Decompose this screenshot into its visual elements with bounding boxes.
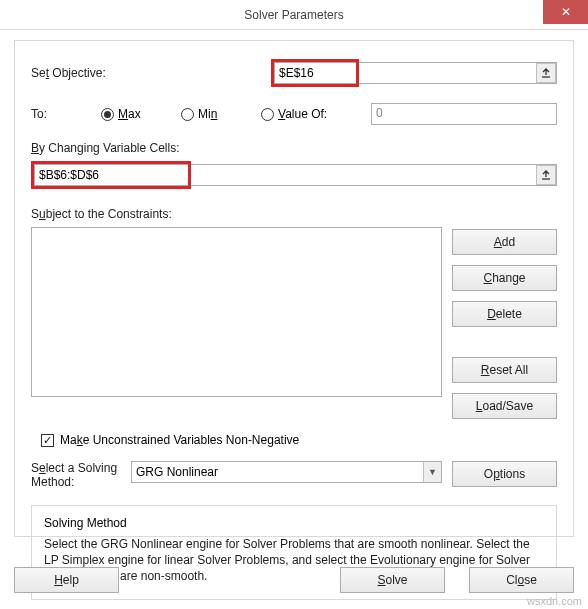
radio-icon: [101, 108, 114, 121]
set-objective-row: Set Objective:: [31, 59, 557, 87]
radio-min[interactable]: Min: [181, 107, 261, 121]
radio-valueof-label: Value Of:: [278, 107, 327, 121]
objective-highlight: [271, 59, 359, 87]
collapse-dialog-button[interactable]: [536, 63, 556, 83]
changing-cells-label: By Changing Variable Cells:: [31, 141, 557, 155]
constraints-area: Add Change Delete Reset All Load/Save: [31, 227, 557, 419]
nonneg-row: ✓ Make Unconstrained Variables Non-Negat…: [41, 433, 557, 447]
collapse-icon: [541, 170, 551, 180]
add-button[interactable]: Add: [452, 229, 557, 255]
method-select[interactable]: GRG Nonlinear ▼: [131, 461, 442, 483]
radio-icon: [261, 108, 274, 121]
help-button[interactable]: Help: [14, 567, 119, 593]
valueof-input[interactable]: 0: [371, 103, 557, 125]
delete-button[interactable]: Delete: [452, 301, 557, 327]
close-icon: ✕: [561, 5, 571, 19]
options-button[interactable]: Options: [452, 461, 557, 487]
collapse-icon: [541, 68, 551, 78]
constraints-list[interactable]: [31, 227, 442, 397]
close-button[interactable]: Close: [469, 567, 574, 593]
changing-cells-input-ext[interactable]: [188, 164, 557, 186]
info-heading: Solving Method: [44, 516, 544, 530]
to-row: To: Max Min Value Of: 0: [31, 103, 557, 125]
solve-button[interactable]: Solve: [340, 567, 445, 593]
changing-ref-box: [188, 164, 557, 186]
method-value: GRG Nonlinear: [131, 461, 442, 483]
nonneg-checkbox[interactable]: ✓: [41, 434, 54, 447]
method-label: Select a Solving Method:: [31, 461, 131, 489]
radio-icon: [181, 108, 194, 121]
close-window-button[interactable]: ✕: [543, 0, 588, 24]
constraints-label: Subject to the Constraints:: [31, 207, 557, 221]
radio-min-label: Min: [198, 107, 217, 121]
changing-cells-input[interactable]: [34, 164, 188, 186]
to-label: To:: [31, 107, 101, 121]
objective-ref-box: [356, 62, 557, 84]
radio-valueof[interactable]: Value Of:: [261, 107, 371, 121]
watermark: wsxdn.com: [527, 595, 582, 607]
constraint-buttons: Add Change Delete Reset All Load/Save: [452, 227, 557, 419]
window-title: Solver Parameters: [244, 8, 343, 22]
title-bar: Solver Parameters ✕: [0, 0, 588, 30]
chevron-down-icon: ▼: [423, 462, 441, 482]
collapse-dialog-button[interactable]: [536, 165, 556, 185]
radio-max-label: Max: [118, 107, 141, 121]
dialog-panel: Set Objective: To: Max Min Value Of: 0 B…: [14, 40, 574, 537]
load-save-button[interactable]: Load/Save: [452, 393, 557, 419]
change-button[interactable]: Change: [452, 265, 557, 291]
set-objective-input[interactable]: [274, 62, 356, 84]
set-objective-input-ext[interactable]: [356, 62, 557, 84]
radio-max[interactable]: Max: [101, 107, 181, 121]
changing-highlight: [31, 161, 191, 189]
dialog-footer: Help Solve Close: [14, 567, 574, 593]
reset-all-button[interactable]: Reset All: [452, 357, 557, 383]
method-row: Select a Solving Method: GRG Nonlinear ▼…: [31, 461, 557, 489]
nonneg-label: Make Unconstrained Variables Non-Negativ…: [60, 433, 299, 447]
changing-cells-row: [31, 161, 557, 189]
set-objective-label: Set Objective:: [31, 66, 271, 80]
